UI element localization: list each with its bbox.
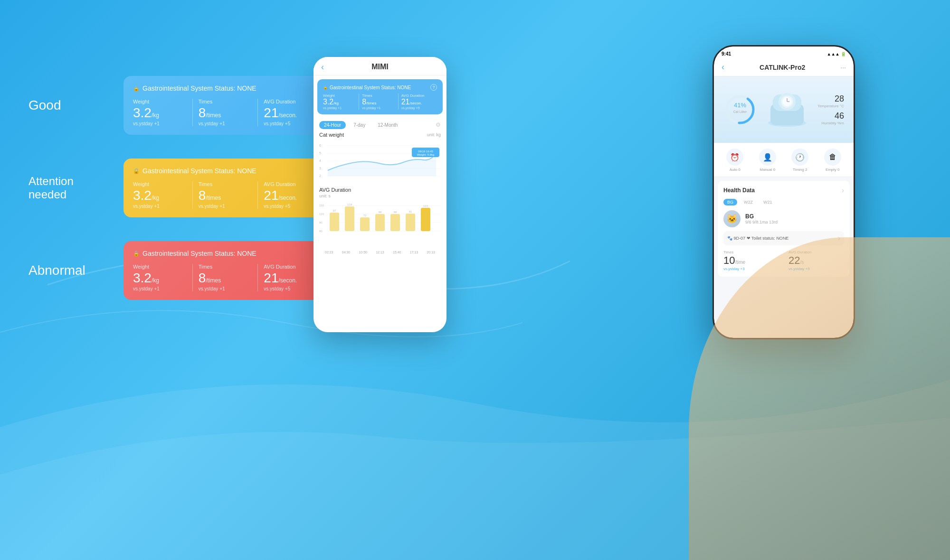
card-title-good: 🔒 Gastrointestinal System Status: NONE xyxy=(133,84,256,92)
device-hero: 41% Cat Litter xyxy=(714,76,854,143)
svg-text:150: 150 xyxy=(319,204,324,207)
svg-rect-24 xyxy=(360,217,370,231)
avgdur-chart-title-row: unit: s xyxy=(319,194,441,198)
inner-stats-row: Weight 3.2/kg vs.ystday +1 Times 8/times… xyxy=(323,93,437,110)
svg-text:119: 119 xyxy=(347,203,352,206)
cat-avatar: 🐱 xyxy=(723,210,741,227)
svg-text:122: 122 xyxy=(423,205,428,207)
center-screen-title: MIMI xyxy=(371,63,389,71)
avgdur-chart-section: unit: s 150 120 90 60 xyxy=(314,194,446,254)
stat-times-good: Times 8/times vs.ystday +1 xyxy=(193,99,258,126)
center-phone: ‹ MIMI 🔒 Gastrointestinal System Status:… xyxy=(314,57,446,332)
chart-tabs-row: 24-Hour 7-day 12-Month ⚙ xyxy=(314,118,446,132)
inner-stat-avgdur: AVG Duration 21/secon. vs.ystday +5 xyxy=(399,93,437,110)
action-auto[interactable]: ⏰ Auto 0 xyxy=(726,149,743,172)
svg-text:97: 97 xyxy=(333,209,336,212)
manual-icon: 👤 xyxy=(759,149,776,166)
right-screen-header: ‹ CATLINK-Pro2 ··· xyxy=(714,59,854,76)
help-icon-inner[interactable]: ? xyxy=(430,84,437,91)
card-attention[interactable]: 🔒 Gastrointestinal System Status: NONE ?… xyxy=(124,159,332,217)
lock-icon-abnormal: 🔒 xyxy=(133,251,140,257)
card-good[interactable]: 🔒 Gastrointestinal System Status: NONE ?… xyxy=(124,76,332,135)
device-stats-right: 28 Temperature °C 46 Humidity %rn xyxy=(817,94,844,125)
svg-rect-22 xyxy=(330,213,339,231)
svg-text:Weight: 5.9kg: Weight: 5.9kg xyxy=(417,153,435,156)
svg-rect-25 xyxy=(375,214,385,231)
svg-text:88: 88 xyxy=(379,211,382,214)
center-screen-header: ‹ MIMI xyxy=(314,57,446,75)
card-header-abnormal: 🔒 Gastrointestinal System Status: NONE ? xyxy=(133,249,323,258)
device-stats-left: 41% Cat Litter xyxy=(723,93,757,126)
cat-sub: 9/6 9/8.1ma 13rd xyxy=(745,220,778,224)
avg-dur-title: AVG Duration xyxy=(314,184,446,194)
card-stats-abnormal: Weight 3.2/kg vs.ystday +1 Times 8/times… xyxy=(133,264,323,291)
card-abnormal[interactable]: 🔒 Gastrointestinal System Status: NONE ?… xyxy=(124,241,332,300)
health-header: Health Data › xyxy=(723,187,844,194)
svg-rect-26 xyxy=(390,214,400,231)
status-row-abnormal: Abnormal 🔒 Gastrointestinal System Statu… xyxy=(28,241,332,300)
status-cards-section: Good 🔒 Gastrointestinal System Status: N… xyxy=(28,76,332,324)
svg-rect-28 xyxy=(421,208,430,231)
auto-icon: ⏰ xyxy=(726,149,743,166)
svg-text:60: 60 xyxy=(319,230,323,233)
svg-text:2: 2 xyxy=(319,174,321,177)
svg-text:88: 88 xyxy=(394,211,397,214)
center-phone-screen: ‹ MIMI 🔒 Gastrointestinal System Status:… xyxy=(314,57,446,332)
toilet-label: 🐾 9D-07 ❤ Toilet status: NONE xyxy=(727,236,788,241)
card-title-abnormal: 🔒 Gastrointestinal System Status: NONE xyxy=(133,250,256,257)
card-stats-good: Weight 3.2/kg vs.ystday +1 Times 8/times… xyxy=(133,99,323,126)
svg-text:Cat Litter: Cat Litter xyxy=(733,110,747,113)
gauge-chart: 41% Cat Litter xyxy=(723,93,757,126)
weight-chart-section: Cat weight unit: kg 6 5 4 3 2 xyxy=(314,132,446,184)
status-row-attention: Attention needed 🔒 Gastrointestinal Syst… xyxy=(28,159,332,217)
svg-text:72: 72 xyxy=(363,214,367,217)
menu-button-right[interactable]: ··· xyxy=(840,64,846,71)
settings-icon[interactable]: ⚙ xyxy=(436,121,441,128)
empty-icon: 🗑 xyxy=(824,149,841,166)
health-tab-w21[interactable]: W21 xyxy=(760,199,776,205)
avgdur-bar-chart-svg: 150 120 90 60 97 119 72 xyxy=(319,200,441,248)
svg-text:3: 3 xyxy=(319,167,321,170)
lock-icon-inner: 🔒 xyxy=(323,85,328,90)
right-status-bar: 9:41 ▲▲▲ 🔋 xyxy=(714,47,854,59)
timing-icon: 🕐 xyxy=(791,149,808,166)
right-screen-title: CATLINK-Pro2 xyxy=(760,64,805,71)
health-more-icon[interactable]: › xyxy=(842,187,844,194)
stat-weight-good: Weight 3.2/kg vs.ystday +1 xyxy=(133,99,193,126)
card-stats-attention: Weight 3.2/kg vs.ystday +1 Times 8/times… xyxy=(133,181,323,209)
action-manual[interactable]: 👤 Manual 0 xyxy=(759,149,776,172)
back-button-right[interactable]: ‹ xyxy=(722,62,724,72)
action-timing[interactable]: 🕐 Timing 2 xyxy=(791,149,808,172)
tab-24hour[interactable]: 24-Hour xyxy=(319,121,346,129)
temperature-value: 28 xyxy=(817,94,844,104)
svg-text:91: 91 xyxy=(409,210,412,213)
back-button-center[interactable]: ‹ xyxy=(321,62,324,72)
stat-weight-abnormal: Weight 3.2/kg vs.ystday +1 xyxy=(133,264,193,291)
temperature-label: Temperature °C xyxy=(817,104,844,108)
inner-card-title: 🔒 Gastrointestinal System Status: NONE ? xyxy=(323,84,437,91)
lock-icon: 🔒 xyxy=(133,85,140,92)
inner-stat-times: Times 8/times vs.ystday +1 xyxy=(359,93,398,110)
device-svg xyxy=(763,85,811,132)
tab-12month[interactable]: 12-Month xyxy=(373,121,402,129)
svg-text:09/19 16:45: 09/19 16:45 xyxy=(418,150,433,153)
humidity-value: 46 xyxy=(817,111,844,121)
cat-name: BG xyxy=(745,213,778,220)
action-empty[interactable]: 🗑 Empty 0 xyxy=(824,149,841,172)
card-title-attention: 🔒 Gastrointestinal System Status: NONE xyxy=(133,167,256,175)
stat-weight-attention: Weight 3.2/kg vs.ystday +1 xyxy=(133,181,193,209)
card-header-attention: 🔒 Gastrointestinal System Status: NONE ? xyxy=(133,166,323,176)
tab-7day[interactable]: 7-day xyxy=(349,121,370,129)
status-time: 9:41 xyxy=(722,51,731,56)
stat-times-abnormal: Times 8/times vs.ystday +1 xyxy=(193,264,258,291)
health-tab-w2z[interactable]: W2Z xyxy=(740,199,757,205)
health-tab-bg[interactable]: BG xyxy=(723,199,737,205)
svg-text:5: 5 xyxy=(319,151,321,155)
svg-text:120: 120 xyxy=(319,213,324,215)
svg-text:90: 90 xyxy=(319,221,323,224)
device-image xyxy=(763,85,811,134)
cat-row: 🐱 BG 9/6 9/8.1ma 13rd xyxy=(723,210,844,227)
status-icons: ▲▲▲ 🔋 xyxy=(827,52,846,56)
status-label-abnormal: Abnormal xyxy=(28,263,124,278)
svg-text:6: 6 xyxy=(319,144,321,147)
